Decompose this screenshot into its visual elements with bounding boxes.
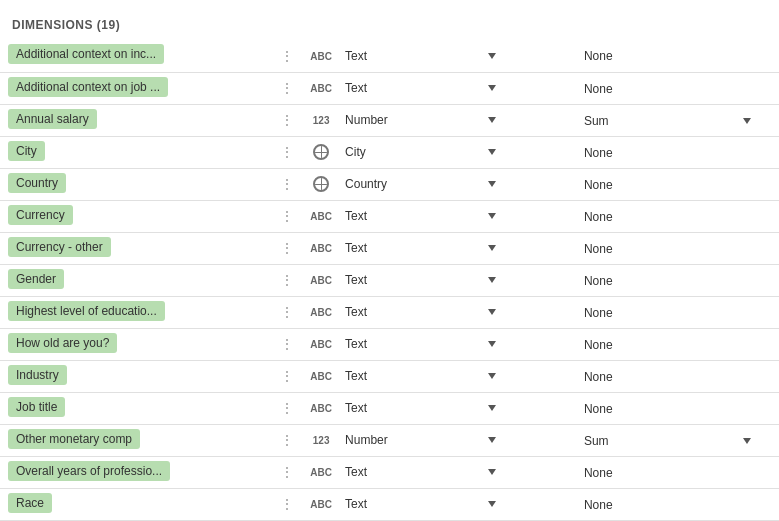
- aggregation-dropdown: [739, 168, 779, 200]
- aggregation-dropdown-arrow[interactable]: [743, 118, 751, 124]
- dimension-label[interactable]: Other monetary comp: [8, 429, 140, 449]
- type-dropdown-arrow[interactable]: [488, 181, 496, 187]
- type-dropdown-arrow[interactable]: [488, 85, 496, 91]
- aggregation-dropdown-arrow[interactable]: [743, 438, 751, 444]
- aggregation-dropdown: [739, 296, 779, 328]
- aggregation-dropdown: [739, 232, 779, 264]
- aggregation-selector[interactable]: None: [580, 264, 739, 296]
- table-row: Other monetary comp⋮123 Number Sum: [0, 424, 779, 456]
- dimension-label[interactable]: Highest level of educatio...: [8, 301, 165, 321]
- type-dropdown-arrow[interactable]: [488, 437, 496, 443]
- dimension-label[interactable]: Annual salary: [8, 109, 97, 129]
- abc-icon: ABC: [310, 467, 332, 478]
- aggregation-value: None: [584, 338, 613, 352]
- type-selector[interactable]: Text: [341, 488, 500, 520]
- type-dropdown-arrow[interactable]: [488, 501, 496, 507]
- type-selector[interactable]: Text: [341, 296, 500, 328]
- dimension-label[interactable]: Race: [8, 493, 52, 513]
- drag-handle[interactable]: ⋮: [272, 232, 301, 264]
- aggregation-dropdown: [739, 72, 779, 104]
- aggregation-selector[interactable]: Sum: [580, 104, 739, 136]
- dimension-label[interactable]: Additional context on job ...: [8, 77, 168, 97]
- aggregation-selector[interactable]: None: [580, 232, 739, 264]
- aggregation-selector[interactable]: None: [580, 456, 739, 488]
- type-selector[interactable]: Number: [341, 424, 500, 456]
- table-row: Highest level of educatio...⋮ABC Text No…: [0, 296, 779, 328]
- type-selector[interactable]: Number: [341, 104, 500, 136]
- type-selector[interactable]: Text: [341, 360, 500, 392]
- type-dropdown-arrow[interactable]: [488, 309, 496, 315]
- dimension-label[interactable]: Job title: [8, 397, 65, 417]
- aggregation-value: None: [584, 242, 613, 256]
- table-row: Additional context on inc...⋮ABC Text No…: [0, 40, 779, 72]
- type-selector[interactable]: Text: [341, 456, 500, 488]
- type-label: Text: [345, 465, 367, 479]
- dimension-label[interactable]: Additional context on inc...: [8, 44, 164, 64]
- drag-handle[interactable]: ⋮: [272, 328, 301, 360]
- aggregation-selector[interactable]: None: [580, 72, 739, 104]
- type-selector[interactable]: City: [341, 136, 500, 168]
- drag-handle[interactable]: ⋮: [272, 104, 301, 136]
- drag-handle[interactable]: ⋮: [272, 488, 301, 520]
- drag-handle[interactable]: ⋮: [272, 40, 301, 72]
- type-dropdown-arrow[interactable]: [488, 373, 496, 379]
- dimension-label[interactable]: How old are you?: [8, 333, 117, 353]
- type-selector[interactable]: Text: [341, 40, 500, 72]
- aggregation-dropdown[interactable]: [739, 424, 779, 456]
- table-row: Job title⋮ABC Text None: [0, 392, 779, 424]
- aggregation-selector[interactable]: None: [580, 360, 739, 392]
- aggregation-selector[interactable]: None: [580, 168, 739, 200]
- type-dropdown-arrow[interactable]: [488, 53, 496, 59]
- abc-icon: ABC: [310, 211, 332, 222]
- type-icon: ABC: [301, 232, 341, 264]
- aggregation-selector[interactable]: None: [580, 296, 739, 328]
- type-selector[interactable]: Text: [341, 200, 500, 232]
- type-dropdown-arrow[interactable]: [488, 117, 496, 123]
- aggregation-selector[interactable]: None: [580, 392, 739, 424]
- spacer: [500, 264, 580, 296]
- drag-handle[interactable]: ⋮: [272, 392, 301, 424]
- drag-handle[interactable]: ⋮: [272, 296, 301, 328]
- type-selector[interactable]: Text: [341, 264, 500, 296]
- aggregation-dropdown: [739, 488, 779, 520]
- dimension-label[interactable]: Currency: [8, 205, 73, 225]
- dimension-label[interactable]: Industry: [8, 365, 67, 385]
- drag-handle[interactable]: ⋮: [272, 72, 301, 104]
- abc-icon: ABC: [310, 243, 332, 254]
- spacer: [500, 232, 580, 264]
- type-dropdown-arrow[interactable]: [488, 341, 496, 347]
- drag-handle[interactable]: ⋮: [272, 200, 301, 232]
- aggregation-selector[interactable]: None: [580, 200, 739, 232]
- aggregation-selector[interactable]: None: [580, 328, 739, 360]
- type-selector[interactable]: Text: [341, 328, 500, 360]
- type-dropdown-arrow[interactable]: [488, 213, 496, 219]
- dimension-label[interactable]: Country: [8, 173, 66, 193]
- drag-handle[interactable]: ⋮: [272, 424, 301, 456]
- type-dropdown-arrow[interactable]: [488, 277, 496, 283]
- aggregation-selector[interactable]: None: [580, 40, 739, 72]
- dimension-label[interactable]: City: [8, 141, 45, 161]
- dimension-label[interactable]: Overall years of professio...: [8, 461, 170, 481]
- type-selector[interactable]: Country: [341, 168, 500, 200]
- dimension-label[interactable]: Gender: [8, 269, 64, 289]
- dimension-label[interactable]: Currency - other: [8, 237, 111, 257]
- type-dropdown-arrow[interactable]: [488, 405, 496, 411]
- aggregation-selector[interactable]: None: [580, 136, 739, 168]
- aggregation-selector[interactable]: Sum: [580, 424, 739, 456]
- type-dropdown-arrow[interactable]: [488, 245, 496, 251]
- type-selector[interactable]: Text: [341, 392, 500, 424]
- drag-handle[interactable]: ⋮: [272, 136, 301, 168]
- type-label: Text: [345, 497, 367, 511]
- type-dropdown-arrow[interactable]: [488, 149, 496, 155]
- aggregation-dropdown[interactable]: [739, 104, 779, 136]
- aggregation-selector[interactable]: None: [580, 488, 739, 520]
- drag-handle[interactable]: ⋮: [272, 264, 301, 296]
- abc-icon: ABC: [310, 307, 332, 318]
- type-dropdown-arrow[interactable]: [488, 469, 496, 475]
- drag-handle[interactable]: ⋮: [272, 168, 301, 200]
- type-selector[interactable]: Text: [341, 72, 500, 104]
- type-icon: ABC: [301, 360, 341, 392]
- drag-handle[interactable]: ⋮: [272, 456, 301, 488]
- drag-handle[interactable]: ⋮: [272, 360, 301, 392]
- type-selector[interactable]: Text: [341, 232, 500, 264]
